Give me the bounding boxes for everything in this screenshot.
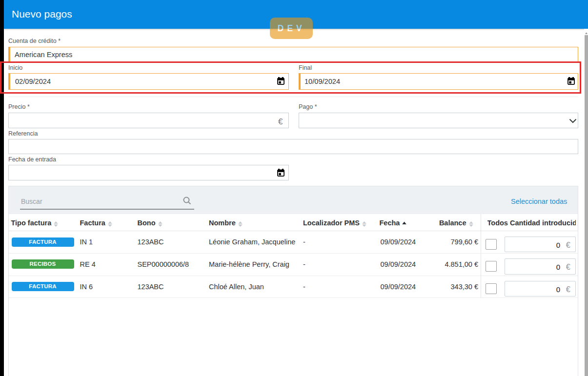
svg-text:DEV: DEV xyxy=(278,23,305,33)
